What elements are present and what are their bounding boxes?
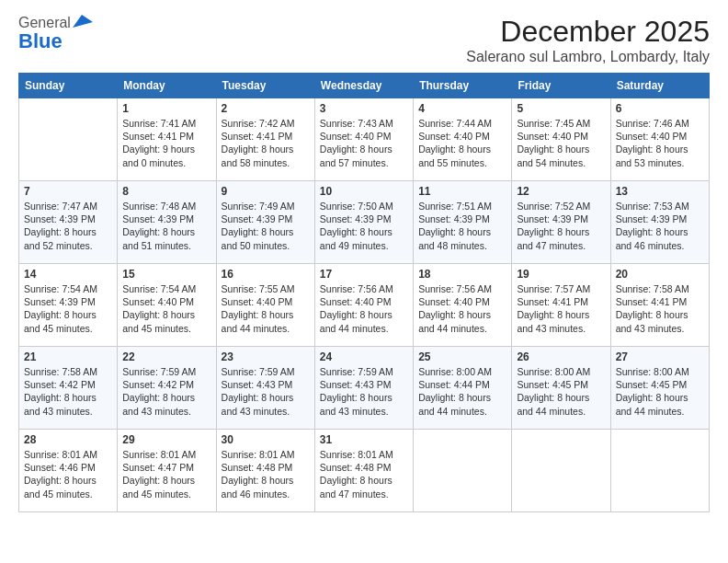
day-number: 29 [122, 433, 210, 446]
day-number: 8 [122, 185, 210, 198]
calendar-cell: 23 Sunrise: 7:59 AMSunset: 4:43 PMDaylig… [216, 347, 314, 430]
day-number: 22 [122, 350, 210, 363]
calendar-cell: 30 Sunrise: 8:01 AMSunset: 4:48 PMDaylig… [216, 430, 314, 512]
page-header: General Blue December 2025 Salerano sul … [18, 15, 710, 65]
cell-sunrise: Sunrise: 8:01 AMSunset: 4:48 PMDaylight:… [320, 449, 393, 500]
calendar-cell: 29 Sunrise: 8:01 AMSunset: 4:47 PMDaylig… [118, 430, 216, 512]
cell-sunrise: Sunrise: 8:00 AMSunset: 4:44 PMDaylight:… [418, 366, 492, 417]
calendar-cell: 4 Sunrise: 7:44 AMSunset: 4:40 PMDayligh… [414, 98, 512, 181]
day-number: 14 [24, 268, 112, 281]
col-header-wednesday: Wednesday [314, 74, 413, 98]
calendar-cell: 16 Sunrise: 7:55 AMSunset: 4:40 PMDaylig… [216, 264, 314, 347]
cell-sunrise: Sunrise: 7:54 AMSunset: 4:39 PMDaylight:… [24, 283, 97, 334]
calendar-cell: 8 Sunrise: 7:48 AMSunset: 4:39 PMDayligh… [118, 181, 216, 264]
day-number: 20 [616, 268, 704, 281]
calendar-table: SundayMondayTuesdayWednesdayThursdayFrid… [18, 73, 710, 512]
calendar-cell: 26 Sunrise: 8:00 AMSunset: 4:45 PMDaylig… [512, 347, 610, 430]
calendar-week-row: 14 Sunrise: 7:54 AMSunset: 4:39 PMDaylig… [19, 264, 710, 347]
cell-sunrise: Sunrise: 7:47 AMSunset: 4:39 PMDaylight:… [24, 201, 97, 251]
calendar-cell: 17 Sunrise: 7:56 AMSunset: 4:40 PMDaylig… [314, 264, 413, 347]
cell-sunrise: Sunrise: 8:00 AMSunset: 4:45 PMDaylight:… [616, 366, 689, 417]
svg-marker-0 [73, 15, 93, 28]
day-number: 5 [517, 102, 605, 115]
col-header-friday: Friday [512, 74, 610, 98]
calendar-cell [512, 430, 610, 512]
logo-icon [73, 15, 93, 29]
calendar-week-row: 1 Sunrise: 7:41 AMSunset: 4:41 PMDayligh… [19, 98, 710, 181]
calendar-cell: 22 Sunrise: 7:59 AMSunset: 4:42 PMDaylig… [118, 347, 216, 430]
month-title: December 2025 [466, 15, 710, 49]
cell-sunrise: Sunrise: 7:59 AMSunset: 4:43 PMDaylight:… [222, 366, 295, 417]
calendar-cell: 25 Sunrise: 8:00 AMSunset: 4:44 PMDaylig… [414, 347, 512, 430]
col-header-sunday: Sunday [19, 74, 118, 98]
day-number: 23 [222, 350, 310, 363]
cell-sunrise: Sunrise: 7:53 AMSunset: 4:39 PMDaylight:… [616, 201, 689, 251]
logo-blue-text: Blue [18, 29, 63, 53]
calendar-cell: 12 Sunrise: 7:52 AMSunset: 4:39 PMDaylig… [512, 181, 610, 264]
cell-sunrise: Sunrise: 7:58 AMSunset: 4:42 PMDaylight:… [24, 366, 97, 417]
col-header-monday: Monday [118, 74, 216, 98]
day-number: 21 [24, 350, 112, 363]
cell-sunrise: Sunrise: 7:45 AMSunset: 4:40 PMDaylight:… [517, 118, 590, 168]
day-number: 16 [222, 268, 310, 281]
calendar-week-row: 28 Sunrise: 8:01 AMSunset: 4:46 PMDaylig… [19, 430, 710, 512]
day-number: 17 [320, 268, 408, 281]
col-header-tuesday: Tuesday [216, 74, 314, 98]
calendar-cell: 13 Sunrise: 7:53 AMSunset: 4:39 PMDaylig… [610, 181, 709, 264]
day-number: 1 [122, 102, 210, 115]
day-number: 19 [517, 268, 605, 281]
cell-sunrise: Sunrise: 7:49 AMSunset: 4:39 PMDaylight:… [222, 201, 295, 251]
cell-sunrise: Sunrise: 7:42 AMSunset: 4:41 PMDaylight:… [222, 118, 295, 168]
cell-sunrise: Sunrise: 7:48 AMSunset: 4:39 PMDaylight:… [122, 201, 196, 251]
cell-sunrise: Sunrise: 8:01 AMSunset: 4:48 PMDaylight:… [222, 449, 295, 500]
calendar-cell: 2 Sunrise: 7:42 AMSunset: 4:41 PMDayligh… [216, 98, 314, 181]
location-title: Salerano sul Lambro, Lombardy, Italy [466, 49, 710, 65]
calendar-cell: 3 Sunrise: 7:43 AMSunset: 4:40 PMDayligh… [314, 98, 413, 181]
day-number: 2 [222, 102, 310, 115]
calendar-cell: 24 Sunrise: 7:59 AMSunset: 4:43 PMDaylig… [314, 347, 413, 430]
calendar-cell: 27 Sunrise: 8:00 AMSunset: 4:45 PMDaylig… [610, 347, 709, 430]
calendar-cell: 15 Sunrise: 7:54 AMSunset: 4:40 PMDaylig… [118, 264, 216, 347]
cell-sunrise: Sunrise: 7:43 AMSunset: 4:40 PMDaylight:… [320, 118, 393, 168]
day-number: 26 [517, 350, 605, 363]
col-header-thursday: Thursday [414, 74, 512, 98]
day-number: 6 [616, 102, 704, 115]
day-number: 31 [320, 433, 408, 446]
day-number: 28 [24, 433, 112, 446]
calendar-week-row: 21 Sunrise: 7:58 AMSunset: 4:42 PMDaylig… [19, 347, 710, 430]
col-header-saturday: Saturday [610, 74, 709, 98]
day-number: 7 [24, 185, 112, 198]
cell-sunrise: Sunrise: 7:57 AMSunset: 4:41 PMDaylight:… [517, 283, 590, 334]
calendar-cell: 10 Sunrise: 7:50 AMSunset: 4:39 PMDaylig… [314, 181, 413, 264]
cell-sunrise: Sunrise: 7:41 AMSunset: 4:41 PMDaylight:… [122, 118, 196, 168]
cell-sunrise: Sunrise: 7:44 AMSunset: 4:40 PMDaylight:… [418, 118, 492, 168]
calendar-cell: 5 Sunrise: 7:45 AMSunset: 4:40 PMDayligh… [512, 98, 610, 181]
day-number: 4 [418, 102, 506, 115]
calendar-cell: 14 Sunrise: 7:54 AMSunset: 4:39 PMDaylig… [19, 264, 118, 347]
day-number: 10 [320, 185, 408, 198]
cell-sunrise: Sunrise: 7:51 AMSunset: 4:39 PMDaylight:… [418, 201, 492, 251]
day-number: 18 [418, 268, 506, 281]
cell-sunrise: Sunrise: 7:50 AMSunset: 4:39 PMDaylight:… [320, 201, 393, 251]
day-number: 9 [222, 185, 310, 198]
calendar-cell: 19 Sunrise: 7:57 AMSunset: 4:41 PMDaylig… [512, 264, 610, 347]
calendar-cell: 31 Sunrise: 8:01 AMSunset: 4:48 PMDaylig… [314, 430, 413, 512]
cell-sunrise: Sunrise: 7:56 AMSunset: 4:40 PMDaylight:… [320, 283, 393, 334]
calendar-cell: 18 Sunrise: 7:56 AMSunset: 4:40 PMDaylig… [414, 264, 512, 347]
calendar-cell: 28 Sunrise: 8:01 AMSunset: 4:46 PMDaylig… [19, 430, 118, 512]
calendar-header-row: SundayMondayTuesdayWednesdayThursdayFrid… [19, 74, 710, 98]
calendar-cell: 1 Sunrise: 7:41 AMSunset: 4:41 PMDayligh… [118, 98, 216, 181]
day-number: 12 [517, 185, 605, 198]
calendar-cell [610, 430, 709, 512]
day-number: 25 [418, 350, 506, 363]
day-number: 3 [320, 102, 408, 115]
day-number: 13 [616, 185, 704, 198]
cell-sunrise: Sunrise: 8:01 AMSunset: 4:47 PMDaylight:… [122, 449, 196, 500]
calendar-cell: 11 Sunrise: 7:51 AMSunset: 4:39 PMDaylig… [414, 181, 512, 264]
cell-sunrise: Sunrise: 7:59 AMSunset: 4:43 PMDaylight:… [320, 366, 393, 417]
day-number: 30 [222, 433, 310, 446]
cell-sunrise: Sunrise: 7:59 AMSunset: 4:42 PMDaylight:… [122, 366, 196, 417]
cell-sunrise: Sunrise: 7:56 AMSunset: 4:40 PMDaylight:… [418, 283, 492, 334]
cell-sunrise: Sunrise: 8:00 AMSunset: 4:45 PMDaylight:… [517, 366, 590, 417]
calendar-week-row: 7 Sunrise: 7:47 AMSunset: 4:39 PMDayligh… [19, 181, 710, 264]
